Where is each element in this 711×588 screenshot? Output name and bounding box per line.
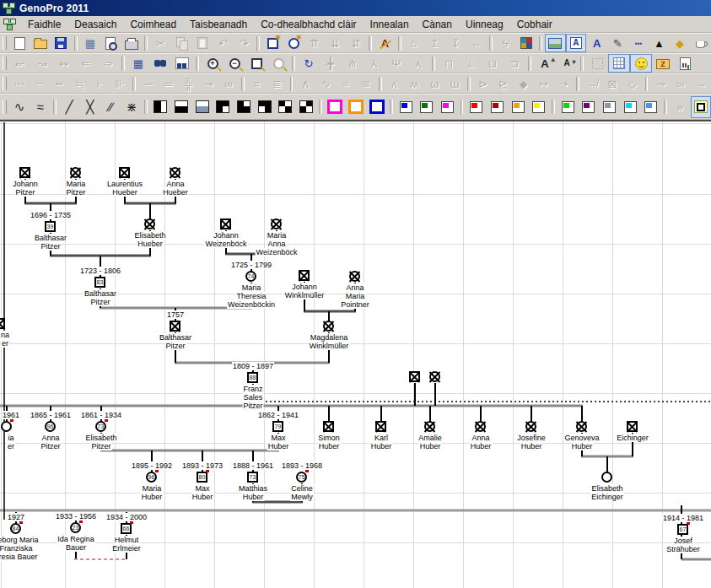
person-symbol-anna-maria-pointner[interactable] [349,271,360,282]
menu-item-c-nan[interactable]: Cànan [416,18,459,31]
person-dates-maria-theresia-weizenboeckin[interactable]: 1725 - 1799 [230,261,272,269]
person-name-balthasar-pitzer-1-line1[interactable]: Balthasar [34,234,67,242]
menu-item-taisbeanadh[interactable]: Taisbeanadh [183,18,254,31]
person-name-elisabeth-eichinger-line2[interactable]: Eichinger [590,493,624,501]
person-dates-anna-pitzer[interactable]: 1865 - 1961 [30,411,72,419]
person-name-partial-left-lower-line2[interactable]: er [7,442,15,450]
toolbar-button-page-setup[interactable]: ▦ [80,34,101,52]
toolbar-grip[interactable] [3,57,7,70]
chart-canvas[interactable]: JohannPitzerMariaPitzerLaurentiusHueberA… [0,120,711,588]
person-name-maria-anna-weizenboeck-line2[interactable]: Anna [267,240,286,248]
toolbar-button-zoom-selection-icon[interactable] [245,54,267,73]
person-name-maria-huber-line2[interactable]: Huber [141,493,164,501]
person-symbol-eichinger[interactable] [627,421,638,432]
toolbar-button-table-layout[interactable]: ▦ [127,54,149,73]
toolbar-button-wizard[interactable]: A [374,34,396,52]
toolbar-button-shape-triangle[interactable]: ▲ [649,34,670,52]
person-dates-celine-mewly[interactable]: 1893 - 1968 [281,461,323,470]
person-name-laurentius-hueber-line1[interactable]: Laurentius [106,180,143,188]
person-symbol-elisabeth-eichinger[interactable] [601,472,612,483]
toolbar-grip[interactable] [3,100,7,114]
person-dates-partial-left-lower[interactable]: 1961 [2,411,20,419]
person-symbol-partial-left-upper[interactable] [0,318,5,329]
person-name-helmut-erlmeier-line2[interactable]: Erlmeier [111,544,142,553]
person-name-ida-regina-bauer-line2[interactable]: Bauer [65,543,87,552]
person-dates-max-huber-1[interactable]: 1862 - 1941 [257,411,299,419]
person-name-johann-winklmueller-line1[interactable]: Johann [291,283,318,291]
toolbar-button-report-icon[interactable] [674,54,696,73]
toolbar-button-font-smaller[interactable]: A [556,54,578,73]
toolbar-button-find-advanced-icon[interactable] [171,54,193,73]
person-name-genoveva-huber-line1[interactable]: Genoveva [563,434,600,442]
person-dates-josef-straehuber[interactable]: 1914 - 1981 [662,514,704,522]
person-name-maria-pitzer-line1[interactable]: Maria [66,180,87,188]
person-name-maria-theresia-weizenboeckin-line3[interactable]: Weizenböckin [227,300,276,309]
menu-item-deasaich[interactable]: Deasaich [67,18,123,31]
toolbar-button-border-color-blue-icon[interactable] [366,96,387,118]
person-name-matthias-huber-line1[interactable]: Matthias [238,484,268,493]
person-name-balthasar-pitzer-3-line2[interactable]: Pitzer [164,342,186,350]
person-name-maria-anna-weizenboeck-line1[interactable]: Maria [267,231,288,240]
person-dates-ida-regina-bauer[interactable]: 1933 - 1956 [55,512,97,521]
toolbar-button-fill-color-purple-icon[interactable] [579,96,600,118]
menu-item-co-dhealbhachd-cl-ir[interactable]: Co-dhealbhachd clàir [254,18,363,31]
person-name-anna-pitzer-line1[interactable]: Anna [40,434,60,442]
person-name-josef-straehuber-line1[interactable]: Josef [673,537,693,545]
toolbar-button-border-color-orange-icon[interactable] [346,96,367,118]
person-dates-ingeborg-bauer[interactable]: 1927 [7,513,25,521]
toolbar-button-print-preview-icon[interactable] [100,34,121,52]
toolbar-grip[interactable] [3,77,7,90]
person-name-elisabeth-hueber-line2[interactable]: Hueber [137,240,164,248]
person-symbol-johann-weizenboeck[interactable] [220,218,231,229]
toolbar-button-pattern-bottom-half-icon[interactable] [171,96,192,118]
person-name-anna-huber-2-line2[interactable]: Huber [470,442,493,450]
menu-item-coimhead[interactable]: Coimhead [123,18,183,31]
toolbar-button-save-icon[interactable] [51,34,72,52]
toolbar-button-refresh-layout[interactable]: ↻ [298,54,320,73]
menu-item-innealan[interactable]: Innealan [364,18,416,31]
person-name-simon-huber-line1[interactable]: Simon [317,434,341,442]
person-name-simon-huber-line2[interactable]: Huber [318,442,341,450]
toolbar-button-new-female-icon[interactable] [283,34,304,52]
person-symbol-josefine-huber[interactable] [525,421,536,432]
menu-item-uinneag[interactable]: Uinneag [459,18,510,31]
person-symbol-laurentius-hueber[interactable] [119,167,130,178]
person-name-max-huber-2-line2[interactable]: Huber [191,493,214,501]
toolbar-button-insert-picture-icon[interactable] [545,34,566,52]
toolbar-button-fill-color-gray-icon[interactable] [599,96,620,118]
person-name-josefine-huber-line1[interactable]: Josefine [516,434,547,442]
person-symbol-celine-mewly[interactable]: 75 [296,472,307,483]
toolbar-button-text-label[interactable]: A [566,34,587,52]
person-name-karl-huber-line1[interactable]: Karl [374,434,389,442]
person-symbol-amalie-huber[interactable] [424,421,435,432]
toolbar-button-pattern-no-tr-icon[interactable] [234,96,255,118]
person-name-balthasar-pitzer-3-line1[interactable]: Balthasar [159,333,192,342]
person-name-anna-maria-pointner-line1[interactable]: Anna [345,283,364,292]
person-symbol-karl-huber[interactable] [375,421,386,432]
person-symbol-genoveva-huber[interactable] [576,421,587,432]
person-name-max-huber-1-line1[interactable]: Max [270,434,286,442]
person-symbol-anna-pitzer[interactable]: 96 [45,421,56,432]
person-dates-max-huber-2[interactable]: 1893 - 1973 [181,461,224,470]
person-name-celine-mewly-line2[interactable]: Mewly [290,493,314,501]
toolbar-button-font-larger[interactable]: A [534,54,556,73]
toolbar-button-bookmark[interactable]: Z [652,54,674,73]
toolbar-button-fill-color-yellow-icon[interactable] [528,96,549,118]
person-dates-balthasar-pitzer-1[interactable]: 1696 - 1735 [30,211,72,219]
person-dates-helmut-erlmeier[interactable]: 1934 - 2000 [105,513,148,521]
toolbar-button-fill-color-darkred-icon[interactable] [487,96,508,118]
person-symbol-balthasar-pitzer-1[interactable]: 39 [45,221,56,232]
person-name-elisabeth-pitzer-line1[interactable]: Elisabeth [84,434,117,442]
person-name-franz-sales-pitzer-line1[interactable]: Franz [242,385,263,393]
toolbar-button-pattern-no-br-icon[interactable] [213,96,234,118]
person-symbol-maria-huber[interactable]: 96 [146,472,157,483]
person-name-maria-theresia-weizenboeckin-line2[interactable]: Theresia [235,292,267,300]
toolbar-button-fill-color-brightgreen-icon[interactable] [557,96,579,118]
person-symbol-helmut-erlmeier[interactable]: 66 [121,523,132,534]
toolbar-button-fill-color-green-icon[interactable] [416,96,437,118]
toolbar-button-print-icon[interactable] [121,34,143,52]
person-symbol-johann-pitzer[interactable] [19,167,30,178]
person-name-laurentius-hueber-line2[interactable]: Hueber [111,188,138,197]
person-name-elisabeth-hueber-line1[interactable]: Elisabeth [133,231,166,240]
toolbar-button-border-color-magenta-icon[interactable] [325,96,346,118]
